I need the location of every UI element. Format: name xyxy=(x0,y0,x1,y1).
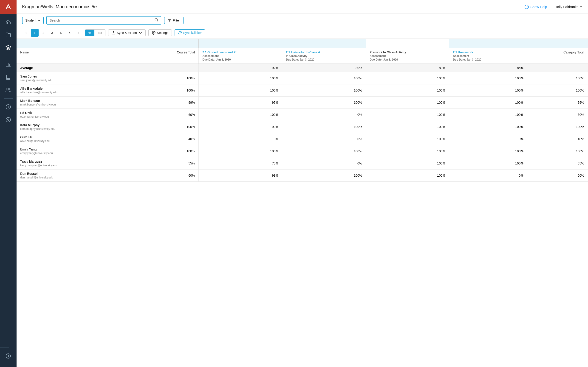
student-name-cell: Ed Ortiz ed.ortiz@university.edu xyxy=(17,108,138,121)
col-3-subtitle: Assessment xyxy=(453,54,523,58)
page-2-button[interactable]: 2 xyxy=(40,29,47,37)
page-prev-button[interactable]: ‹ xyxy=(22,29,30,37)
student-course-total: 60% xyxy=(138,108,199,121)
student-score-3: 100% xyxy=(449,96,527,108)
svg-point-13 xyxy=(155,18,158,21)
table-body: Average 92%80%89%86% Sam Jones sam.jones… xyxy=(17,64,588,181)
app-logo[interactable] xyxy=(0,0,17,14)
sidebar-item-chart[interactable] xyxy=(0,58,17,71)
col-2-subtitle: Assessment xyxy=(370,54,445,58)
student-score-1: 0% xyxy=(282,108,366,121)
search-input[interactable] xyxy=(47,17,152,24)
student-score-1: 0% xyxy=(282,157,366,169)
student-score-0: 99% xyxy=(199,169,282,181)
table-highlight-row xyxy=(17,39,588,48)
student-course-total: 55% xyxy=(138,157,199,169)
dropdown-chevron-icon xyxy=(38,19,40,22)
svg-line-14 xyxy=(157,21,158,21)
avg-score-1: 80% xyxy=(282,64,366,72)
filter-button[interactable]: Filter xyxy=(164,17,183,24)
student-course-total: 40% xyxy=(138,133,199,145)
page-4-button[interactable]: 4 xyxy=(57,29,65,37)
filter-icon xyxy=(168,19,171,22)
table-row[interactable]: Mark Benson mark.benson@university.edu 9… xyxy=(17,96,588,108)
student-score-3: 100% xyxy=(449,72,527,84)
student-score-2: 100% xyxy=(366,145,449,157)
col-0-title: 2.1 Guided Learn and Pr... xyxy=(202,50,278,54)
settings-button[interactable]: Settings xyxy=(148,29,172,36)
sidebar-item-users[interactable] xyxy=(0,84,17,97)
sidebar-item-add[interactable] xyxy=(0,100,17,113)
sidebar xyxy=(0,0,17,367)
sidebar-item-folder[interactable] xyxy=(0,28,17,41)
table-row[interactable]: Emily Yang emily.yang@university.edu 100… xyxy=(17,145,588,157)
student-category-total: 100% xyxy=(527,145,588,157)
sidebar-divider-1 xyxy=(4,56,13,56)
student-score-1: 100% xyxy=(282,145,366,157)
sync-export-button[interactable]: Sync & Export xyxy=(108,29,146,36)
svg-point-10 xyxy=(6,354,10,358)
student-score-0: 75% xyxy=(199,157,282,169)
svg-point-5 xyxy=(7,88,9,90)
col-2-due: Due Date: Jan 3, 2020 xyxy=(370,58,445,61)
sidebar-divider-2 xyxy=(4,98,13,99)
sidebar-item-home[interactable] xyxy=(0,16,17,28)
avg-score-3: 86% xyxy=(449,64,527,72)
col-1-due: Due Date: Jan 3, 2020 xyxy=(286,58,362,61)
student-score-0: 100% xyxy=(199,84,282,96)
sidebar-item-expand[interactable] xyxy=(0,350,17,362)
student-name-cell: Mark Benson mark.benson@university.edu xyxy=(17,96,138,108)
pts-toggle-button[interactable]: pts xyxy=(95,30,105,36)
table-row[interactable]: Sam Jones sam.jones@university.edu 100% … xyxy=(17,72,588,84)
student-name-cell: Kara Murphy kara.murphy@university.edu xyxy=(17,121,138,133)
page-1-button[interactable]: 1 xyxy=(31,29,39,37)
show-help-button[interactable]: Show Help xyxy=(524,5,547,9)
upload-icon xyxy=(112,31,115,35)
student-category-total: 60% xyxy=(527,108,588,121)
sidebar-nav xyxy=(0,14,17,346)
student-name-cell: Dan Russell dan.russell@university.edu xyxy=(17,169,138,181)
table-row[interactable]: Tracy Marquez tracy.marquez@university.e… xyxy=(17,157,588,169)
student-name-cell: Sam Jones sam.jones@university.edu xyxy=(17,72,138,84)
percent-toggle-button[interactable]: % xyxy=(85,30,95,36)
header-right: Show Help Holly Fairbanks xyxy=(524,3,582,10)
student-name-cell: Allie Barksdale allie.barksdale@universi… xyxy=(17,84,138,96)
col-header-0: 2.1 Guided Learn and Pr... Assessment Du… xyxy=(199,48,282,64)
sidebar-item-transfer[interactable] xyxy=(0,113,17,126)
student-score-2: 100% xyxy=(366,157,449,169)
col-name-header: Name xyxy=(17,48,138,64)
sidebar-item-notebook[interactable] xyxy=(0,71,17,84)
page-5-button[interactable]: 5 xyxy=(66,29,73,37)
student-score-2: 100% xyxy=(366,121,449,133)
student-dropdown[interactable]: Student xyxy=(22,17,44,24)
table-row[interactable]: Ed Ortiz ed.ortiz@university.edu 60% 100… xyxy=(17,108,588,121)
avg-course-total xyxy=(138,64,199,72)
table-row[interactable]: Olive Hill olive.hill@university.edu 40%… xyxy=(17,133,588,145)
student-category-total: 60% xyxy=(527,169,588,181)
col-1-title: 2.1 Instructor In-Class A... xyxy=(286,50,362,54)
table-row[interactable]: Kara Murphy kara.murphy@university.edu 1… xyxy=(17,121,588,133)
student-score-3: 100% xyxy=(449,84,527,96)
score-toggle: % pts xyxy=(85,29,105,36)
table-row[interactable]: Dan Russell dan.russell@university.edu 6… xyxy=(17,169,588,181)
grade-table-wrapper[interactable]: Name Course Total 2.1 Guided Learn and P… xyxy=(17,39,588,367)
actions-bar: ‹ 1 2 3 4 5 › % pts Sync & Export xyxy=(17,27,588,39)
page-next-button[interactable]: › xyxy=(74,29,82,37)
search-button[interactable] xyxy=(152,17,161,24)
user-menu[interactable]: Holly Fairbanks xyxy=(555,5,582,9)
col-0-due: Due Date: Jan 3, 2020 xyxy=(202,58,278,61)
table-row[interactable]: Allie Barksdale allie.barksdale@universi… xyxy=(17,84,588,96)
page-3-button[interactable]: 3 xyxy=(48,29,56,37)
student-score-1: 100% xyxy=(282,72,366,84)
sync-iclicker-button[interactable]: Sync iClicker xyxy=(174,29,205,36)
student-name-cell: Tracy Marquez tracy.marquez@university.e… xyxy=(17,157,138,169)
student-score-1: 100% xyxy=(282,169,366,181)
col-header-2: Pre-work In Class Activity Assessment Du… xyxy=(366,48,449,64)
average-row: Average 92%80%89%86% xyxy=(17,64,588,72)
sidebar-bottom xyxy=(0,346,17,367)
col-0-subtitle: Assessment xyxy=(202,54,278,58)
student-course-total: 99% xyxy=(138,96,199,108)
highlight-category-header xyxy=(527,39,588,48)
sidebar-item-layers[interactable] xyxy=(0,41,17,54)
highlight-total-header xyxy=(138,39,199,48)
